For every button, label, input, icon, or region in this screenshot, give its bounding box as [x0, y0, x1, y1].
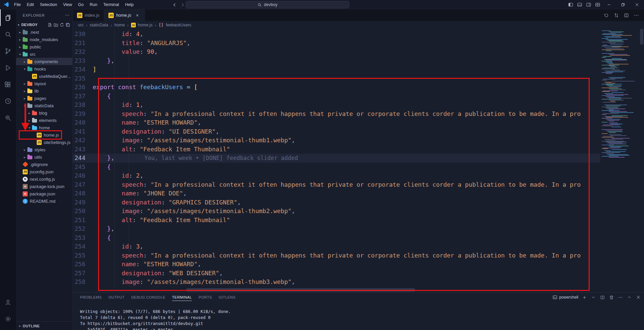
breadcrumb-item[interactable]: home.js — [138, 23, 153, 27]
chevron-up-icon[interactable] — [626, 294, 632, 300]
new-file-icon[interactable] — [47, 22, 52, 27]
panel-tab-problems[interactable]: PROBLEMS — [80, 293, 102, 302]
trash-icon[interactable] — [608, 294, 614, 300]
vertical-scrollbar[interactable] — [639, 29, 644, 292]
more-actions-icon[interactable] — [632, 11, 641, 20]
chevron-right-icon[interactable]: ▸ — [17, 30, 23, 34]
tree-item-node-modules[interactable]: ▸node_modules — [16, 36, 72, 43]
tree-item-home[interactable]: ▾home — [16, 124, 72, 131]
menu-view[interactable]: View — [60, 0, 75, 9]
chevron-right-icon[interactable]: ▸ — [22, 60, 27, 63]
chevron-down-icon[interactable]: ▾ — [22, 104, 27, 108]
tree-item-package-json[interactable]: npackage.json — [16, 190, 72, 197]
chevron-right-icon[interactable]: ▸ — [22, 155, 27, 159]
code-line-258[interactable]: 258 image: "/assets/images/testimonial-t… — [73, 278, 600, 287]
menu-go[interactable]: Go — [75, 0, 87, 9]
menu-edit[interactable]: Edit — [24, 0, 37, 9]
minimize-icon[interactable] — [602, 0, 616, 9]
search-activity-button[interactable] — [0, 26, 16, 43]
chevron-right-icon[interactable]: ▸ — [27, 111, 32, 115]
code-line-253[interactable]: 253 { — [73, 233, 600, 242]
chevron-right-icon[interactable]: ▸ — [27, 119, 32, 122]
close-icon[interactable] — [630, 0, 644, 9]
code-editor[interactable]: 230 id: 4,231 title: "ANGULARJS",232 val… — [73, 30, 600, 287]
minimap[interactable] — [600, 29, 639, 292]
split-terminal-icon[interactable] — [599, 294, 605, 300]
code-line-257[interactable]: 257 designation: "WEB DESIGNER", — [73, 269, 600, 278]
new-folder-icon[interactable] — [53, 22, 58, 27]
tree-item-lib[interactable]: ▸lib — [16, 87, 72, 95]
code-line-239[interactable]: 239 speech: "In a professional context i… — [73, 110, 600, 119]
tree-item-next[interactable]: ▸.next — [16, 28, 72, 36]
more-actions-icon[interactable] — [617, 294, 623, 300]
code-line-234[interactable]: 234] — [73, 65, 600, 74]
code-line-238[interactable]: 238 id: 1, — [73, 101, 600, 110]
code-line-255[interactable]: 255 speech: "In a professional context i… — [73, 251, 600, 260]
refresh-icon[interactable] — [59, 22, 64, 27]
tree-item-utils[interactable]: ▸utils — [16, 153, 72, 161]
panel-tab-terminal[interactable]: TERMINAL — [172, 293, 192, 302]
scrollbar-thumb[interactable] — [640, 29, 643, 44]
restore-icon[interactable] — [616, 0, 630, 9]
gitlens-search-activ-button[interactable] — [0, 110, 16, 126]
code-line-241[interactable]: 241 designation: "UI DESIGNER", — [73, 127, 600, 136]
tree-item-gitignore[interactable]: .gitignore — [16, 161, 72, 168]
code-line-231[interactable]: 231 title: "ANGULARJS", — [73, 39, 600, 48]
tab-home-js[interactable]: JS home.js × — [104, 9, 145, 21]
tree-item-home-js[interactable]: JShome.js — [16, 131, 72, 139]
back-arrow-icon[interactable] — [171, 1, 178, 8]
settings-button[interactable] — [0, 311, 16, 327]
code-area[interactable]: 230 id: 4,231 title: "ANGULARJS",232 val… — [73, 29, 644, 292]
menu-terminal[interactable]: Terminal — [100, 0, 122, 9]
panel-tab-gitlens[interactable]: GITLENS — [219, 293, 236, 302]
extensions-activity-button[interactable] — [0, 76, 16, 93]
tree-item-staticdata[interactable]: ▾staticData — [16, 102, 72, 109]
tree-item-components[interactable]: ▸components — [16, 58, 72, 65]
panel-tab-output[interactable]: OUTPUT — [108, 293, 124, 302]
code-line-237[interactable]: 237 { — [73, 92, 600, 101]
code-line-235[interactable]: 235 — [73, 74, 600, 83]
explorer-activity-button[interactable] — [0, 9, 16, 26]
split-editor-icon[interactable] — [622, 11, 631, 20]
code-line-244[interactable]: 244 },You, last week • [DONE] feedback s… — [73, 154, 600, 163]
tree-item-src[interactable]: ▾src — [16, 50, 72, 58]
chevron-down-icon[interactable] — [590, 294, 596, 300]
code-line-254[interactable]: 254 id: 3, — [73, 242, 600, 251]
tree-item-blog[interactable]: ▸blog — [16, 109, 72, 117]
tree-item-jsconfig-json[interactable]: JSjsconfig.json — [16, 168, 72, 175]
breadcrumb-item[interactable]: feebackUsers — [166, 23, 191, 27]
chevron-right-icon[interactable]: ▸ — [22, 97, 27, 100]
terminal-shell-chip[interactable]: powershell — [553, 295, 578, 300]
panel-tab-debug-console[interactable]: DEBUG CONSOLE — [131, 293, 165, 302]
project-section-header[interactable]: ▾ DEVBOY — [16, 21, 72, 28]
layout-panel-icon[interactable] — [575, 0, 584, 9]
outline-section[interactable]: ▸ OUTLINE — [16, 321, 73, 330]
gitlens-activity-button[interactable] — [0, 93, 16, 110]
close-icon[interactable]: × — [134, 12, 140, 18]
layout-sidebar-icon[interactable] — [566, 0, 575, 9]
code-line-251[interactable]: 251 alt: "Feedback Item Thumbnail" — [73, 216, 600, 225]
tree-item-layout[interactable]: ▸layout — [16, 80, 72, 87]
code-line-232[interactable]: 232 value: 90, — [73, 47, 600, 56]
tree-item-next-config-js[interactable]: Nnext.config.js — [16, 175, 72, 183]
chevron-right-icon[interactable]: ▸ — [22, 148, 27, 152]
accounts-button[interactable] — [0, 294, 16, 311]
code-line-236[interactable]: 236export const feebackUsers = [ — [73, 83, 600, 92]
menu-help[interactable]: Help — [122, 0, 137, 9]
tree-item-styles[interactable]: ▸styles — [16, 146, 72, 153]
layout-customize-icon[interactable] — [593, 0, 602, 9]
code-line-246[interactable]: 246 id: 2, — [73, 171, 600, 180]
code-line-242[interactable]: 242 image: "/assets/images/testimonial-t… — [73, 136, 600, 145]
menu-file[interactable]: File — [11, 0, 24, 9]
chevron-right-icon[interactable]: ▸ — [22, 82, 27, 86]
tree-item-public[interactable]: ▸public — [16, 43, 72, 50]
tree-item-hooks[interactable]: ▾hooks — [16, 65, 72, 72]
code-line-245[interactable]: 245 { — [73, 163, 600, 172]
tree-item-sitesettings-js[interactable]: JSsiteSettings.js — [16, 139, 72, 146]
chevron-down-icon[interactable]: ▾ — [22, 67, 27, 71]
menu-run[interactable]: Run — [87, 0, 100, 9]
code-line-243[interactable]: 243 alt: "Feedback Item Thumbnail" — [73, 145, 600, 154]
tree-item-elements[interactable]: ▸elements — [16, 117, 72, 124]
code-line-250[interactable]: 250 image: "/assets/images/testimonial-t… — [73, 207, 600, 216]
code-line-252[interactable]: 252 }, — [73, 224, 600, 233]
